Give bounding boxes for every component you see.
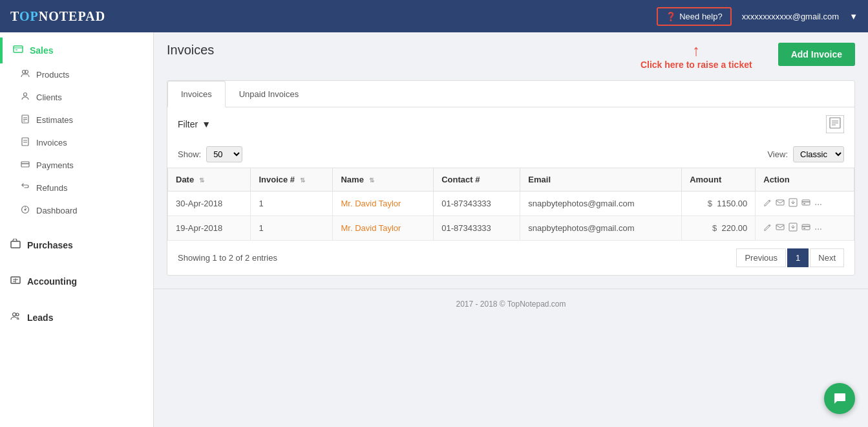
download-icon[interactable] bbox=[789, 223, 798, 234]
cell-amount: $ 1150.00 bbox=[682, 192, 756, 216]
pagination-bar: Showing 1 to 2 of 2 entries Previous 1 N… bbox=[167, 241, 854, 275]
sidebar-accounting-header[interactable]: Accounting bbox=[0, 268, 153, 294]
email-icon[interactable] bbox=[776, 198, 785, 209]
page-1-button[interactable]: 1 bbox=[787, 248, 809, 267]
show-label: Show: bbox=[178, 149, 201, 159]
help-icon: ❓ bbox=[666, 12, 676, 21]
cell-name[interactable]: Mr. David Taylor bbox=[333, 192, 434, 216]
cell-invoice-num: 1 bbox=[251, 192, 333, 216]
view-select[interactable]: Classic Modern bbox=[793, 146, 844, 162]
arrow-up-icon: ↑ bbox=[692, 43, 700, 58]
footer-text: 2017 - 2018 © TopNotepad.com bbox=[456, 300, 566, 309]
sidebar-sales-header[interactable]: Sales bbox=[0, 38, 153, 63]
tab-invoices[interactable]: Invoices bbox=[167, 81, 226, 107]
edit-icon[interactable] bbox=[763, 199, 772, 209]
pay-icon[interactable] bbox=[801, 198, 810, 209]
download-icon[interactable] bbox=[789, 198, 798, 209]
invoices-label: Invoices bbox=[36, 138, 67, 148]
svg-rect-35 bbox=[803, 203, 805, 204]
cell-name[interactable]: Mr. David Taylor bbox=[333, 216, 434, 241]
previous-button[interactable]: Previous bbox=[736, 248, 786, 267]
refunds-label: Refunds bbox=[36, 183, 67, 193]
sidebar-item-estimates[interactable]: Estimates bbox=[0, 109, 153, 131]
col-contact[interactable]: Contact # bbox=[434, 168, 520, 192]
header: TOPNOTEPAD ❓ Need help? xxxxxxxxxxxx@gma… bbox=[0, 0, 868, 32]
col-amount[interactable]: Amount bbox=[682, 168, 756, 192]
sort-invoice-icon: ⇅ bbox=[300, 177, 305, 184]
help-area: ↑ Click here to raise a ticket bbox=[640, 43, 752, 70]
edit-icon[interactable] bbox=[763, 223, 772, 234]
sales-label: Sales bbox=[30, 45, 54, 56]
export-icon[interactable] bbox=[826, 115, 844, 133]
col-invoice-num[interactable]: Invoice # ⇅ bbox=[251, 168, 333, 192]
svg-line-18 bbox=[26, 208, 27, 210]
next-button[interactable]: Next bbox=[810, 248, 844, 267]
sidebar-item-products[interactable]: Products bbox=[0, 63, 153, 86]
leads-section: Leads bbox=[0, 300, 153, 336]
purchases-section-icon bbox=[10, 239, 21, 252]
accounting-section-icon bbox=[10, 275, 21, 288]
cell-email: snapbytephotos@gmail.com bbox=[520, 216, 682, 241]
sidebar-item-dashboard[interactable]: Dashboard bbox=[0, 199, 153, 222]
filter-label[interactable]: Filter ▼ bbox=[178, 119, 211, 129]
sidebar-item-invoices[interactable]: Invoices bbox=[0, 131, 153, 154]
cell-action: ··· bbox=[756, 192, 854, 216]
header-right: ❓ Need help? xxxxxxxxxxxx@gmail.com ▼ bbox=[657, 7, 858, 26]
sidebar-item-refunds[interactable]: Refunds bbox=[0, 177, 153, 199]
invoices-icon bbox=[21, 137, 30, 148]
page-title: Invoices bbox=[167, 43, 214, 58]
svg-rect-33 bbox=[802, 200, 810, 205]
svg-point-5 bbox=[24, 93, 27, 96]
sales-icon bbox=[13, 44, 23, 57]
tab-unpaid-invoices[interactable]: Unpaid Invoices bbox=[226, 81, 313, 107]
clients-label: Clients bbox=[36, 93, 62, 102]
svg-rect-30 bbox=[776, 200, 784, 205]
cell-contact: 01-87343333 bbox=[434, 192, 520, 216]
table-controls: Show: 50 10 25 100 View: Classic Modern bbox=[167, 141, 854, 168]
more-icon[interactable]: ··· bbox=[814, 223, 822, 234]
payments-icon bbox=[21, 160, 30, 171]
user-email[interactable]: xxxxxxxxxxxx@gmail.com bbox=[742, 12, 839, 21]
cell-action: ··· bbox=[756, 216, 854, 241]
sidebar-leads-header[interactable]: Leads bbox=[0, 305, 153, 331]
sidebar-purchases-header[interactable]: Purchases bbox=[0, 232, 153, 258]
more-icon[interactable]: ··· bbox=[814, 199, 822, 209]
svg-rect-36 bbox=[776, 224, 784, 230]
col-email[interactable]: Email bbox=[520, 168, 682, 192]
invoice-table: Date ⇅ Invoice # ⇅ Name ⇅ Contact # bbox=[167, 168, 854, 241]
sort-name-icon: ⇅ bbox=[369, 177, 374, 184]
need-help-button[interactable]: ❓ Need help? bbox=[657, 7, 732, 26]
col-name[interactable]: Name ⇅ bbox=[333, 168, 434, 192]
cell-email: snapbytephotos@gmail.com bbox=[520, 192, 682, 216]
sidebar-item-payments[interactable]: Payments bbox=[0, 154, 153, 177]
table-row: 30-Apr-2018 1 Mr. David Taylor 01-873433… bbox=[168, 192, 854, 216]
accounting-section: Accounting bbox=[0, 263, 153, 300]
accounting-label: Accounting bbox=[27, 276, 77, 287]
purchases-label: Purchases bbox=[27, 240, 73, 250]
table-row: 19-Apr-2018 1 Mr. David Taylor 01-873433… bbox=[168, 216, 854, 241]
svg-rect-39 bbox=[802, 224, 810, 230]
email-icon[interactable] bbox=[776, 223, 785, 234]
chevron-down-icon: ▼ bbox=[849, 12, 858, 21]
main-content: Invoices ↑ Click here to raise a ticket … bbox=[154, 32, 868, 427]
chat-bubble[interactable] bbox=[824, 383, 855, 414]
show-control: Show: 50 10 25 100 bbox=[178, 146, 242, 162]
show-select[interactable]: 50 10 25 100 bbox=[206, 146, 242, 162]
pay-icon[interactable] bbox=[801, 223, 810, 234]
click-here-text[interactable]: Click here to raise a ticket bbox=[640, 60, 752, 70]
estimates-label: Estimates bbox=[36, 115, 73, 125]
add-invoice-button[interactable]: Add Invoice bbox=[778, 43, 855, 66]
estimates-icon bbox=[21, 115, 30, 126]
tabs-container: Invoices Unpaid Invoices bbox=[167, 81, 854, 107]
sidebar-item-clients[interactable]: Clients bbox=[0, 86, 153, 109]
svg-rect-10 bbox=[22, 138, 28, 146]
cell-amount: $ 220.00 bbox=[682, 216, 756, 241]
payments-label: Payments bbox=[36, 160, 74, 170]
cell-date: 30-Apr-2018 bbox=[168, 192, 251, 216]
filter-bar: Filter ▼ bbox=[167, 107, 854, 141]
clients-icon bbox=[21, 92, 30, 103]
col-date[interactable]: Date ⇅ bbox=[168, 168, 251, 192]
cell-invoice-num: 1 bbox=[251, 216, 333, 241]
content-area: Invoices Unpaid Invoices Filter ▼ bbox=[167, 80, 855, 276]
svg-point-25 bbox=[16, 313, 19, 316]
